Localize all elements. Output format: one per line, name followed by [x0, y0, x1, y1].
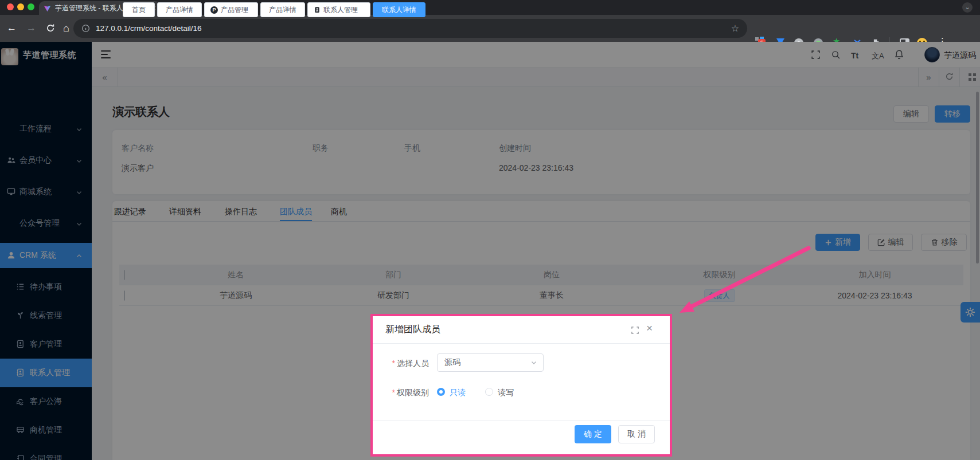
home-button[interactable]: ⌂ — [63, 22, 69, 34]
confirm-button[interactable]: 确 定 — [575, 425, 611, 443]
person-select[interactable]: 源码 — [437, 353, 544, 372]
dialog-header-divider — [373, 343, 670, 344]
vite-favicon — [44, 5, 51, 12]
contact-book-icon — [314, 6, 321, 13]
back-button[interactable]: ← — [7, 22, 17, 34]
reload-icon — [46, 23, 55, 33]
radio-readwrite-label[interactable]: 读写 — [498, 388, 514, 398]
radio-readonly[interactable] — [437, 388, 445, 396]
radio-readwrite[interactable] — [485, 388, 493, 396]
url-text: 127.0.0.1/crm/contact/detail/16 — [96, 24, 725, 33]
radio-readonly-label[interactable]: 只读 — [450, 388, 466, 398]
reload-button[interactable] — [46, 23, 55, 36]
chevron-down-icon — [530, 359, 537, 366]
person-field-label: *选择人员 — [373, 359, 429, 369]
tag-contact-detail[interactable]: 联系人详情 — [373, 2, 425, 17]
traffic-minimize-button[interactable] — [17, 3, 24, 10]
traffic-zoom-button[interactable] — [28, 3, 34, 10]
cancel-button[interactable]: 取 消 — [618, 425, 655, 443]
tag-product-detail-1[interactable]: 产品详情 — [157, 2, 202, 17]
forward-button[interactable]: → — [26, 22, 36, 34]
tag-contact-manage[interactable]: 联系人管理 — [307, 2, 370, 17]
dialog-close-icon[interactable]: × — [646, 322, 653, 335]
product-favicon: P — [210, 6, 218, 14]
bookmark-star-icon[interactable]: ☆ — [731, 23, 739, 34]
dialog-fullscreen-icon[interactable] — [631, 326, 639, 337]
tag-home[interactable]: 首页 — [123, 2, 155, 17]
traffic-close-button[interactable] — [7, 3, 14, 10]
annotation-highlight-box: 新增团队成员 × *选择人员 源码 *权限级别 只读 读写 确 定 取 消 — [370, 314, 672, 457]
tag-product-detail-2[interactable]: 产品详情 — [260, 2, 305, 17]
site-info-icon[interactable] — [81, 24, 90, 33]
tab-search-chevron-icon[interactable]: ⌄ — [962, 2, 973, 13]
person-select-value: 源码 — [444, 357, 530, 368]
dialog-title: 新增团队成员 — [385, 324, 440, 336]
dialog-footer-divider — [373, 420, 670, 420]
address-bar[interactable]: 127.0.0.1/crm/contact/detail/16 ☆ — [73, 19, 747, 38]
tag-product-manage[interactable]: P 产品管理 — [204, 2, 258, 17]
add-team-member-dialog: 新增团队成员 × *选择人员 源码 *权限级别 只读 读写 确 定 取 消 — [373, 316, 670, 454]
level-field-label: *权限级别 — [373, 388, 429, 398]
screen: 芋道管理系统 - 联系人详情 × + ⌄ ← → ⌂ 127.0.0.1/crm… — [0, 0, 980, 460]
browser-toolbar: ← → ⌂ 127.0.0.1/crm/contact/detail/16 ☆ … — [0, 15, 980, 42]
